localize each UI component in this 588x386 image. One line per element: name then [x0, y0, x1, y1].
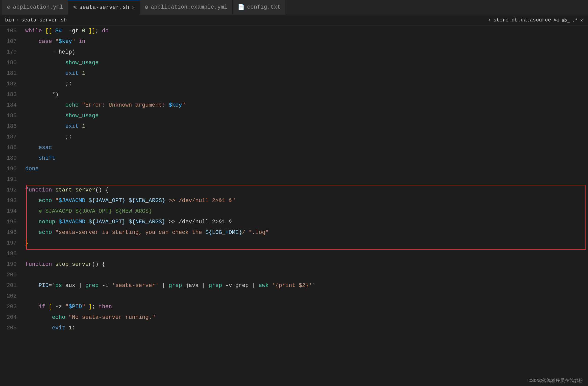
tab-label-seata-server-sh: seata-server.sh: [79, 4, 129, 11]
code-193: echo "$JAVACMD ${JAVA_OPT} ${NEW_ARGS} >…: [23, 196, 588, 206]
close-icon[interactable]: ✕: [132, 5, 135, 10]
breadcrumb: bin › seata-server.sh › store.db.datasou…: [0, 15, 588, 26]
tab-label-application-yml: application.yml: [13, 4, 63, 10]
tab-application-yml[interactable]: ⚙ application.yml: [2, 0, 68, 15]
watermark: CSDN@落魄程序员在线炒粉: [528, 377, 583, 383]
tab-seata-server-sh[interactable]: ✎ seata-server.sh ✕: [68, 0, 140, 15]
regex-icon[interactable]: .*: [572, 18, 578, 23]
code-182: ;;: [23, 79, 588, 89]
line-num-193: 193: [0, 196, 23, 206]
tab-icon-config-txt: 📄: [238, 4, 244, 11]
line-190: 190 done: [0, 164, 588, 174]
code-192: function start_server() {: [23, 185, 588, 196]
close-search-icon[interactable]: ✕: [580, 17, 583, 23]
code-179: --help): [23, 47, 588, 58]
code-196: echo "seata-server is starting, you can …: [23, 227, 588, 238]
line-num-186: 186: [0, 121, 23, 132]
line-num-182: 182: [0, 79, 23, 89]
code-185: show_usage: [23, 111, 588, 121]
line-203: 203 if [ -z "$PID" ]; then: [0, 302, 588, 312]
line-num-180: 180: [0, 58, 23, 68]
tab-bar: ⚙ application.yml ✎ seata-server.sh ✕ ⚙ …: [0, 0, 588, 15]
line-num-194: 194: [0, 206, 23, 217]
line-num-190: 190: [0, 164, 23, 174]
line-num-200: 200: [0, 270, 23, 280]
code-205: exit 1:: [23, 323, 588, 333]
case-icon[interactable]: ab̲: [561, 17, 570, 23]
breadcrumb-sep1: ›: [16, 17, 19, 23]
code-107: case "$key" in: [23, 36, 588, 47]
line-182: 182 ;;: [0, 79, 588, 89]
line-num-105: 105: [0, 26, 23, 36]
line-201: 201 PID=`ps aux | grep -i 'seata-server'…: [0, 280, 588, 291]
tab-application-example-yml[interactable]: ⚙ application.example.yml: [140, 0, 233, 15]
editor: 105 while [[ $# -gt 0 ]]; do 107 case "$…: [0, 26, 588, 386]
line-num-205: 205: [0, 323, 23, 333]
tab-icon-seata-server-sh: ✎: [73, 4, 77, 11]
line-num-201: 201: [0, 280, 23, 291]
code-181: exit 1: [23, 68, 588, 79]
line-num-204: 204: [0, 312, 23, 323]
line-num-181: 181: [0, 68, 23, 79]
line-num-199: 199: [0, 259, 23, 270]
code-195: nohup $JAVACMD ${JAVA_OPT} ${NEW_ARGS} >…: [23, 217, 588, 227]
line-205: 205 exit 1:: [0, 323, 588, 333]
line-107: 107 case "$key" in: [0, 36, 588, 47]
code-199: function stop_server() {: [23, 259, 588, 270]
code-188: esac: [23, 142, 588, 153]
line-197: 197 }: [0, 238, 588, 249]
breadcrumb-bin: bin: [5, 17, 14, 23]
line-num-203: 203: [0, 302, 23, 312]
code-197: }: [23, 238, 588, 249]
line-180: 180 show_usage: [0, 58, 588, 68]
tab-label-application-example-yml: application.example.yml: [151, 4, 228, 10]
code-201: PID=`ps aux | grep -i 'seata-server' | g…: [23, 280, 588, 291]
code-190: done: [23, 164, 588, 174]
line-num-195: 195: [0, 217, 23, 227]
chevron-right-icon: ›: [487, 17, 491, 23]
line-200: 200: [0, 270, 588, 280]
line-num-183: 183: [0, 89, 23, 100]
right-panel-section[interactable]: › store.db.datasource Aa ab̲ .* ✕: [487, 17, 588, 23]
line-num-188: 188: [0, 142, 23, 153]
line-105: 105 while [[ $# -gt 0 ]]; do: [0, 26, 588, 36]
line-181: 181 exit 1: [0, 68, 588, 79]
line-193: 193 echo "$JAVACMD ${JAVA_OPT} ${NEW_ARG…: [0, 196, 588, 206]
code-187: ;;: [23, 132, 588, 142]
code-184: echo "Error: Unknown argument: $key": [23, 100, 588, 111]
code-204: echo "No seata-server running.": [23, 312, 588, 323]
line-185: 185 show_usage: [0, 111, 588, 121]
line-202: 202: [0, 291, 588, 302]
code-194: # $JAVACMD ${JAVA_OPT} ${NEW_ARGS}: [23, 206, 588, 217]
line-num-197: 197: [0, 238, 23, 249]
line-196: 196 echo "seata-server is starting, you …: [0, 227, 588, 238]
code-183: *): [23, 89, 588, 100]
tab-config-txt[interactable]: 📄 config.txt: [233, 0, 286, 15]
line-194: 194 # $JAVACMD ${JAVA_OPT} ${NEW_ARGS}: [0, 206, 588, 217]
line-198: 198: [0, 249, 588, 259]
line-187: 187 ;;: [0, 132, 588, 142]
line-num-198: 198: [0, 249, 23, 259]
code-105: while [[ $# -gt 0 ]]; do: [23, 26, 588, 36]
line-195: 195 nohup $JAVACMD ${JAVA_OPT} ${NEW_ARG…: [0, 217, 588, 227]
tab-icon-application-example-yml: ⚙: [145, 4, 148, 11]
line-189: 189 shift: [0, 153, 588, 164]
right-panel-label: store.db.datasource: [493, 17, 551, 23]
line-204: 204 echo "No seata-server running.": [0, 312, 588, 323]
line-192: 192 function start_server() {: [0, 185, 588, 196]
selected-block-wrapper: 192 function start_server() { 193 echo "…: [0, 185, 588, 249]
code-180: show_usage: [23, 58, 588, 68]
code-203: if [ -z "$PID" ]; then: [23, 302, 588, 312]
line-183: 183 *): [0, 89, 588, 100]
line-num-192: 192: [0, 185, 23, 196]
line-num-107: 107: [0, 36, 23, 47]
line-num-196: 196: [0, 227, 23, 238]
tab-icon-application-yml: ⚙: [7, 4, 10, 11]
code-186: exit 1: [23, 121, 588, 132]
line-191: 191: [0, 174, 588, 185]
aa-icon[interactable]: Aa: [553, 18, 559, 23]
line-188: 188 esac: [0, 142, 588, 153]
line-179: 179 --help): [0, 47, 588, 58]
line-num-187: 187: [0, 132, 23, 142]
line-num-189: 189: [0, 153, 23, 164]
